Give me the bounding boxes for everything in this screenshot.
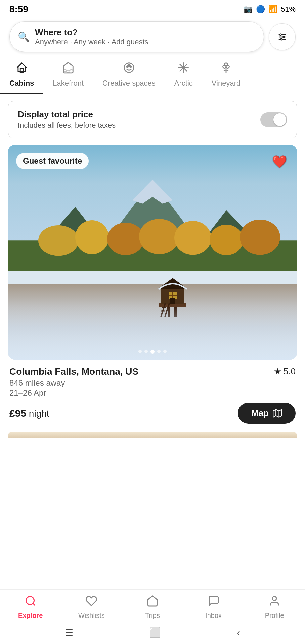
- dot-3: [150, 350, 155, 354]
- nav-inbox[interactable]: Inbox: [197, 595, 230, 620]
- svg-point-5: [280, 38, 282, 40]
- map-icon: [273, 409, 282, 418]
- listing-card[interactable]: Guest favourite ❤️ Columbia Falls, Monta…: [8, 145, 297, 424]
- video-icon: 📷: [244, 5, 253, 14]
- rating-value: 5.0: [284, 366, 296, 377]
- svg-point-29: [174, 221, 211, 255]
- listing-rating: ★ 5.0: [274, 366, 296, 377]
- lakefront-icon: [62, 61, 75, 77]
- lakefront-label: Lakefront: [53, 79, 84, 88]
- price-subtitle: Includes all fees, before taxes: [18, 121, 116, 130]
- profile-icon: [268, 595, 280, 610]
- listing-image: Guest favourite ❤️: [8, 145, 297, 360]
- svg-point-15: [182, 67, 184, 69]
- listing-info: Columbia Falls, Montana, US ★ 5.0 846 mi…: [8, 360, 297, 424]
- tab-cabins[interactable]: Cabins: [0, 58, 43, 94]
- svg-rect-6: [20, 69, 24, 72]
- status-time: 8:59: [9, 4, 28, 15]
- category-tabs: Cabins Lakefront Creative spaces: [0, 52, 305, 94]
- svg-point-26: [75, 220, 109, 254]
- svg-point-4: [283, 36, 285, 38]
- svg-point-9: [130, 66, 131, 67]
- bluetooth-icon: 🔵: [256, 5, 265, 14]
- search-area: 🔍 Where to? Anywhere · Any week · Add gu…: [0, 19, 305, 52]
- nav-explore[interactable]: Explore: [14, 595, 47, 620]
- price-text-block: Display total price Includes all fees, b…: [18, 109, 116, 130]
- price-banner: Display total price Includes all fees, b…: [8, 101, 297, 138]
- creative-spaces-icon: [123, 61, 135, 77]
- svg-line-50: [33, 603, 35, 606]
- status-bar: 8:59 📷 🔵 📶 51%: [0, 0, 305, 19]
- dot-1: [138, 350, 142, 353]
- trips-icon: [146, 595, 159, 610]
- filter-button[interactable]: [269, 23, 296, 50]
- nav-wishlists[interactable]: Wishlists: [75, 595, 108, 620]
- cabins-icon: [15, 61, 28, 77]
- bottom-nav: Explore Wishlists Trips: [0, 589, 305, 644]
- search-main-text: Where to?: [35, 27, 148, 38]
- svg-point-27: [107, 223, 144, 255]
- listing-dates: 21–26 Apr: [9, 388, 296, 398]
- search-text-block: Where to? Anywhere · Any week · Add gues…: [35, 27, 148, 46]
- toggle-knob: [273, 113, 286, 126]
- svg-point-31: [240, 220, 280, 255]
- status-icons: 📷 🔵 📶 51%: [244, 5, 296, 14]
- android-nav-bar: ☰ ⬜ ‹: [0, 622, 305, 644]
- svg-marker-46: [273, 409, 282, 417]
- svg-point-49: [26, 597, 34, 605]
- battery-text: 51%: [281, 5, 296, 14]
- arctic-label: Arctic: [174, 79, 193, 88]
- dot-4: [157, 350, 161, 353]
- next-listing-preview: [8, 432, 297, 438]
- price-unit: night: [29, 408, 49, 419]
- explore-label: Explore: [18, 612, 43, 620]
- wishlists-icon: [85, 595, 97, 610]
- price-amount: £95: [9, 408, 26, 419]
- svg-point-25: [38, 225, 79, 256]
- tab-arctic[interactable]: Arctic: [165, 58, 202, 94]
- vineyard-icon: [220, 61, 232, 77]
- wishlists-label: Wishlists: [78, 612, 105, 620]
- listing-distance: 846 miles away: [9, 378, 296, 388]
- heart-button[interactable]: ❤️: [270, 152, 289, 171]
- arctic-icon: [177, 61, 190, 77]
- profile-label: Profile: [265, 612, 284, 620]
- listing-price-row: £95 night Map: [9, 402, 296, 424]
- android-menu-btn[interactable]: ☰: [65, 627, 73, 638]
- listing-top-row: Columbia Falls, Montana, US ★ 5.0: [9, 366, 296, 377]
- image-dots: [138, 350, 167, 354]
- map-label: Map: [251, 408, 269, 418]
- android-home-btn[interactable]: ⬜: [149, 627, 161, 638]
- search-bar[interactable]: 🔍 Where to? Anywhere · Any week · Add gu…: [9, 21, 264, 52]
- star-icon: ★: [274, 366, 281, 377]
- nav-trips[interactable]: Trips: [136, 595, 169, 620]
- svg-point-30: [210, 225, 243, 255]
- nav-profile[interactable]: Profile: [258, 595, 291, 620]
- dot-2: [144, 350, 148, 353]
- dot-5: [163, 350, 167, 353]
- android-back-btn[interactable]: ‹: [237, 627, 240, 638]
- listing-scene: [8, 145, 297, 360]
- svg-rect-41: [170, 298, 175, 304]
- listing-price: £95 night: [9, 408, 49, 419]
- tab-vineyard[interactable]: Vineyard: [202, 58, 250, 94]
- creative-spaces-label: Creative spaces: [102, 79, 156, 88]
- price-toggle[interactable]: [260, 112, 287, 127]
- cabins-label: Cabins: [9, 79, 34, 88]
- svg-point-28: [139, 219, 179, 254]
- map-button[interactable]: Map: [238, 402, 296, 424]
- inbox-icon: [208, 595, 220, 610]
- tab-creative-spaces[interactable]: Creative spaces: [93, 58, 165, 94]
- search-sub-text: Anywhere · Any week · Add guests: [35, 38, 148, 46]
- search-icon: 🔍: [18, 31, 30, 42]
- listing-location: Columbia Falls, Montana, US: [9, 366, 138, 377]
- svg-point-51: [272, 597, 276, 601]
- svg-point-10: [128, 64, 130, 66]
- price-title: Display total price: [18, 109, 116, 120]
- tab-lakefront[interactable]: Lakefront: [43, 58, 93, 94]
- inbox-label: Inbox: [205, 612, 222, 620]
- heart-icon: ❤️: [272, 155, 287, 169]
- svg-point-8: [127, 66, 128, 67]
- explore-icon: [25, 595, 37, 610]
- nav-items: Explore Wishlists Trips: [0, 590, 305, 622]
